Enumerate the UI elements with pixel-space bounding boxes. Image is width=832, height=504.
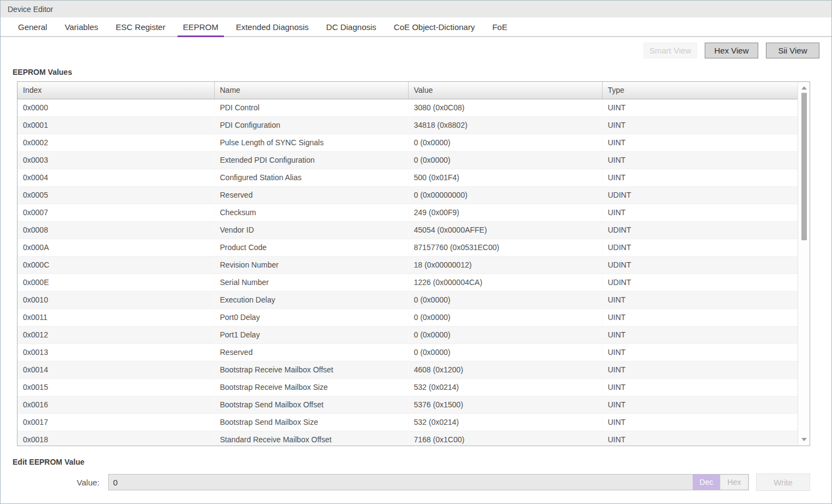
cell-value: 532 (0x0214)	[408, 413, 602, 431]
tab-bar: GeneralVariablesESC RegisterEEPROMExtend…	[1, 17, 831, 37]
cell-value: 0 (0x0000)	[408, 309, 602, 326]
view-toolbar: Smart View Hex View Sii View	[1, 43, 819, 58]
cell-index: 0x0003	[17, 151, 214, 169]
cell-type: UINT	[602, 309, 798, 326]
table-row[interactable]: 0x0001PDI Configuration34818 (0x8802)UIN…	[17, 116, 798, 134]
table-row[interactable]: 0x0018Standard Receive Mailbox Offset716…	[17, 431, 798, 446]
tab-coe-object-dictionary[interactable]: CoE Object-Dictionary	[385, 17, 483, 36]
cell-index: 0x0016	[17, 396, 214, 413]
table-row[interactable]: 0x0002Pulse Length of SYNC Signals0 (0x0…	[17, 134, 798, 151]
value-input[interactable]	[109, 475, 693, 490]
edit-eeprom-value-title: Edit EEPROM Value	[13, 458, 831, 466]
cell-type: UINT	[602, 326, 798, 343]
column-header-type[interactable]: Type	[602, 82, 798, 99]
tab-label: General	[18, 22, 47, 32]
cell-value: 45054 (0x0000AFFE)	[408, 221, 602, 239]
tab-dc-diagnosis[interactable]: DC Diagnosis	[317, 17, 385, 36]
cell-name: Port1 Delay	[214, 326, 408, 343]
dec-toggle-button[interactable]: Dec	[693, 475, 720, 490]
table-row[interactable]: 0x0014Bootstrap Receive Mailbox Offset46…	[17, 361, 798, 378]
cell-index: 0x000C	[17, 256, 214, 274]
cell-type: UINT	[602, 151, 798, 169]
table-row[interactable]: 0x0010Execution Delay0 (0x0000)UINT	[17, 291, 798, 309]
tab-label: DC Diagnosis	[326, 22, 376, 32]
table-row[interactable]: 0x0004Configured Station Alias500 (0x01F…	[17, 169, 798, 186]
tab-label: FoE	[492, 22, 508, 32]
scrollbar-down-icon[interactable]	[801, 438, 807, 441]
table-row[interactable]: 0x0008Vendor ID45054 (0x0000AFFE)UDINT	[17, 221, 798, 239]
table-header-row: IndexNameValueType	[17, 82, 798, 99]
window-title: Device Editor	[8, 5, 53, 14]
cell-value: 4608 (0x1200)	[408, 361, 602, 378]
cell-value: 5376 (0x1500)	[408, 396, 602, 413]
cell-value: 7168 (0x1C00)	[408, 431, 602, 446]
tab-label: Extended Diagnosis	[236, 22, 309, 32]
cell-index: 0x0004	[17, 169, 214, 186]
vertical-scrollbar[interactable]	[798, 82, 810, 446]
column-header-index[interactable]: Index	[17, 82, 214, 99]
cell-name: Standard Receive Mailbox Offset	[214, 431, 408, 446]
cell-type: UINT	[602, 169, 798, 186]
cell-name: Serial Number	[214, 274, 408, 291]
cell-name: Bootstrap Send Mailbox Size	[214, 413, 408, 431]
tab-label: CoE Object-Dictionary	[394, 22, 475, 32]
table-row[interactable]: 0x0011Port0 Delay0 (0x0000)UINT	[17, 309, 798, 326]
table-row[interactable]: 0x000CRevision Number18 (0x00000012)UDIN…	[17, 256, 798, 274]
table-row[interactable]: 0x0016Bootstrap Send Mailbox Offset5376 …	[17, 396, 798, 413]
cell-value: 0 (0x0000)	[408, 326, 602, 343]
cell-type: UINT	[602, 413, 798, 431]
cell-value: 34818 (0x8802)	[408, 116, 602, 134]
cell-type: UINT	[602, 204, 798, 221]
table-row[interactable]: 0x0007Checksum249 (0x00F9)UINT	[17, 204, 798, 221]
cell-index: 0x0017	[17, 413, 214, 431]
cell-index: 0x0001	[17, 116, 214, 134]
tab-variables[interactable]: Variables	[56, 17, 107, 36]
cell-value: 0 (0x0000)	[408, 151, 602, 169]
cell-name: Revision Number	[214, 256, 408, 274]
scrollbar-thumb[interactable]	[801, 93, 807, 240]
tab-esc-register[interactable]: ESC Register	[107, 17, 174, 36]
value-input-group: Dec Hex	[108, 474, 749, 490]
cell-value: 0 (0x00000000)	[408, 186, 602, 204]
table-row[interactable]: 0x0000PDI Control3080 (0x0C08)UINT	[17, 99, 798, 116]
cell-type: UDINT	[602, 186, 798, 204]
table-row[interactable]: 0x0005Reserved0 (0x00000000)UDINT	[17, 186, 798, 204]
cell-value: 0 (0x0000)	[408, 343, 602, 361]
tab-eeprom[interactable]: EEPROM	[174, 17, 227, 36]
table-row[interactable]: 0x000ESerial Number1226 (0x000004CA)UDIN…	[17, 274, 798, 291]
table-row[interactable]: 0x0017Bootstrap Send Mailbox Size532 (0x…	[17, 413, 798, 431]
eeprom-values-title: EEPROM Values	[13, 68, 831, 76]
edit-eeprom-value-row: Value: Dec Hex Write	[1, 473, 831, 491]
cell-value: 87157760 (0x0531EC00)	[408, 239, 602, 256]
scrollbar-up-icon[interactable]	[801, 86, 807, 90]
cell-name: PDI Configuration	[214, 116, 408, 134]
hex-toggle-button[interactable]: Hex	[720, 475, 748, 490]
column-header-value[interactable]: Value	[408, 82, 602, 99]
tab-general[interactable]: General	[9, 17, 56, 36]
window-titlebar: Device Editor	[1, 1, 831, 17]
cell-name: Port0 Delay	[214, 309, 408, 326]
cell-index: 0x0008	[17, 221, 214, 239]
cell-type: UINT	[602, 396, 798, 413]
tab-foe[interactable]: FoE	[483, 17, 516, 36]
sii-view-button[interactable]: Sii View	[766, 43, 819, 58]
cell-index: 0x0007	[17, 204, 214, 221]
cell-type: UINT	[602, 431, 798, 446]
cell-name: Configured Station Alias	[214, 169, 408, 186]
table-row[interactable]: 0x0013Reserved0 (0x0000)UINT	[17, 343, 798, 361]
table-row[interactable]: 0x0012Port1 Delay0 (0x0000)UINT	[17, 326, 798, 343]
tab-extended-diagnosis[interactable]: Extended Diagnosis	[227, 17, 317, 36]
table-row[interactable]: 0x0015Bootstrap Receive Mailbox Size532 …	[17, 378, 798, 396]
cell-type: UDINT	[602, 221, 798, 239]
cell-name: Pulse Length of SYNC Signals	[214, 134, 408, 151]
cell-name: Bootstrap Receive Mailbox Size	[214, 378, 408, 396]
column-header-name[interactable]: Name	[214, 82, 408, 99]
cell-value: 3080 (0x0C08)	[408, 99, 602, 116]
cell-value: 532 (0x0214)	[408, 378, 602, 396]
hex-view-button[interactable]: Hex View	[705, 43, 758, 58]
cell-index: 0x0002	[17, 134, 214, 151]
cell-type: UDINT	[602, 274, 798, 291]
table-row[interactable]: 0x0003Extended PDI Configuration0 (0x000…	[17, 151, 798, 169]
table-row[interactable]: 0x000AProduct Code87157760 (0x0531EC00)U…	[17, 239, 798, 256]
cell-value: 249 (0x00F9)	[408, 204, 602, 221]
